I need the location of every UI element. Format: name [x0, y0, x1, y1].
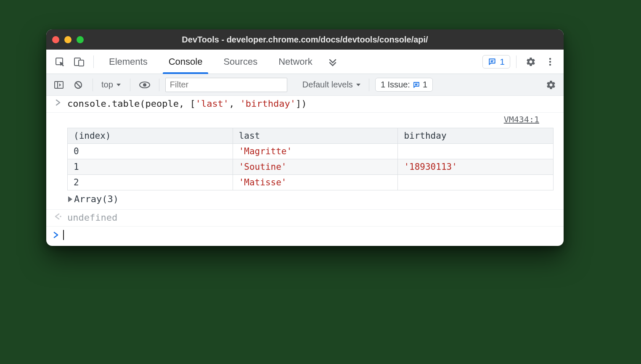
svg-rect-8	[55, 82, 63, 88]
tab-elements[interactable]: Elements	[100, 50, 157, 74]
separator	[159, 79, 159, 91]
console-input-code[interactable]: console.table(people, ['last', 'birthday…	[67, 98, 559, 109]
issues-label: 1 Issue:	[381, 80, 410, 90]
code-text: 'birthday'	[240, 98, 296, 109]
array-expand-row[interactable]: Array(3)	[67, 190, 554, 205]
separator	[93, 55, 94, 68]
code-text: ])	[296, 98, 307, 109]
text-cursor	[63, 230, 64, 240]
cell-birthday: '18930113'	[398, 159, 554, 175]
message-icon	[413, 81, 420, 89]
console-prompt-row[interactable]	[46, 227, 564, 246]
filter-input[interactable]	[165, 78, 287, 92]
table-header-last[interactable]: last	[233, 128, 398, 144]
inspect-element-icon[interactable]	[51, 53, 68, 70]
context-label: top	[101, 80, 113, 90]
window-title: DevTools - developer.chrome.com/docs/dev…	[46, 35, 564, 45]
console-output-block: VM434:1 (index) last birthday 0 'Magritt	[46, 113, 564, 210]
table-row[interactable]: 1 'Soutine' '18930113'	[68, 159, 554, 175]
issues-badge[interactable]: 1	[482, 55, 510, 69]
tab-console[interactable]: Console	[159, 50, 212, 74]
chevron-down-icon	[355, 82, 361, 88]
log-levels-label: Default levels	[302, 80, 353, 90]
settings-icon[interactable]	[522, 53, 539, 70]
cell-last: 'Magritte'	[233, 144, 398, 159]
chevron-down-icon	[116, 82, 122, 88]
separator	[516, 55, 517, 68]
context-selector[interactable]: top	[99, 79, 124, 90]
cell-index: 2	[68, 175, 233, 190]
svg-point-13	[143, 83, 146, 87]
window-controls	[52, 36, 84, 43]
device-toolbar-icon[interactable]	[71, 53, 87, 70]
cell-last: 'Soutine'	[233, 159, 398, 175]
table-header-index[interactable]: (index)	[68, 128, 233, 144]
table-row[interactable]: 2 'Matisse'	[68, 175, 554, 190]
close-window-button[interactable]	[52, 36, 59, 43]
cell-birthday	[398, 175, 554, 190]
cell-index: 1	[68, 159, 233, 175]
minimize-window-button[interactable]	[64, 36, 72, 43]
cell-last: 'Matisse'	[233, 175, 398, 190]
cell-birthday	[398, 144, 554, 159]
svg-point-5	[549, 58, 551, 60]
toggle-sidebar-icon[interactable]	[50, 76, 67, 93]
svg-rect-2	[79, 60, 84, 66]
svg-line-11	[76, 82, 80, 87]
console-settings-icon[interactable]	[543, 76, 559, 93]
tab-network[interactable]: Network	[269, 50, 322, 74]
console-toolbar: top Default levels 1 Issue: 1	[46, 74, 564, 96]
svg-point-16	[60, 216, 61, 217]
expand-triangle-icon	[68, 196, 72, 202]
separator	[93, 79, 93, 91]
table-header-birthday[interactable]: birthday	[398, 128, 554, 144]
cell-index: 0	[68, 144, 233, 159]
separator	[369, 79, 369, 91]
return-value: undefined	[67, 212, 559, 223]
source-link[interactable]: VM434:1	[504, 114, 543, 124]
devtools-window: DevTools - developer.chrome.com/docs/dev…	[46, 29, 564, 246]
tab-sources[interactable]: Sources	[214, 50, 267, 74]
console-return-row: undefined	[46, 210, 564, 227]
array-summary: Array(3)	[74, 194, 119, 204]
table-header-row: (index) last birthday	[68, 128, 554, 144]
zoom-window-button[interactable]	[77, 36, 84, 43]
clear-console-icon[interactable]	[70, 76, 87, 93]
issues-pill-count: 1	[423, 80, 427, 90]
devtools-tabstrip: Elements Console Sources Network 1	[46, 50, 564, 74]
separator	[130, 79, 130, 91]
window-titlebar: DevTools - developer.chrome.com/docs/dev…	[46, 29, 564, 50]
console-table: (index) last birthday 0 'Magritte' 1	[67, 128, 554, 190]
more-tabs-icon[interactable]	[324, 53, 341, 70]
kebab-menu-icon[interactable]	[542, 53, 559, 70]
input-chevron-icon	[53, 98, 63, 106]
console-panel: console.table(people, ['last', 'birthday…	[46, 96, 564, 246]
code-text: ,	[229, 98, 240, 109]
svg-point-7	[549, 63, 551, 66]
issues-pill[interactable]: 1 Issue: 1	[375, 78, 433, 92]
log-levels-selector[interactable]: Default levels	[301, 79, 363, 90]
svg-point-6	[549, 61, 551, 63]
output-chevron-icon	[53, 212, 63, 220]
issues-count: 1	[500, 57, 505, 67]
console-input-row: console.table(people, ['last', 'birthday…	[46, 96, 564, 113]
live-expression-icon[interactable]	[136, 76, 153, 93]
table-row[interactable]: 0 'Magritte'	[68, 144, 554, 159]
prompt-chevron-icon	[53, 232, 59, 238]
code-text: console.table(people, [	[67, 98, 196, 109]
code-text: 'last'	[196, 98, 229, 109]
